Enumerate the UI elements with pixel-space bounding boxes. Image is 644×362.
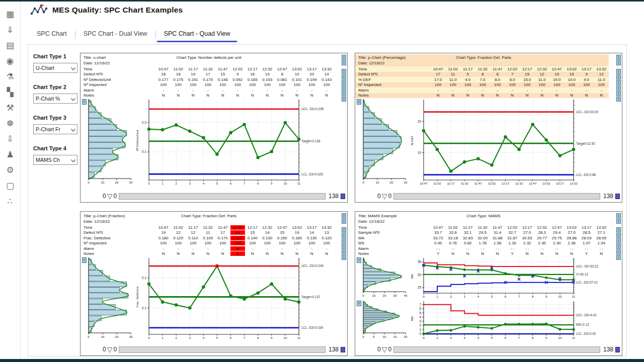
row-tool-button[interactable]: ≡ — [616, 238, 621, 243]
scroll-track[interactable] — [393, 193, 600, 200]
folder-icon[interactable]: ▢ — [3, 178, 18, 194]
row-tool-button[interactable]: ≡ — [342, 85, 346, 90]
scroll-track[interactable] — [119, 346, 326, 353]
chart-type-select-1[interactable]: U-Chart — [33, 63, 77, 73]
table-cell: 100 — [535, 82, 550, 87]
form-list-icon[interactable]: ▤ — [3, 38, 18, 53]
row-tool-button[interactable]: ≡ — [616, 69, 621, 74]
row-tool-button[interactable]: ≡ — [616, 233, 621, 238]
row-tool-button[interactable]: ≡ — [342, 238, 346, 243]
svg-text:UCL -S3=33.22: UCL -S3=33.22 — [576, 264, 598, 268]
scroll-settings-button[interactable] — [615, 347, 620, 352]
settings-gears-icon[interactable]: ⚙ — [3, 162, 18, 178]
row-tool-button[interactable]: ≡ — [616, 74, 621, 79]
table-row: Frac. Defective0.1800.1200.1100.1000.170… — [80, 235, 334, 241]
scroll-track[interactable] — [119, 193, 326, 200]
scroll-settings-button[interactable] — [615, 194, 620, 199]
row-tool-button[interactable]: ≡ — [342, 69, 346, 74]
window-bottom-edge — [0, 359, 644, 362]
import-icon[interactable]: ⇓ — [3, 22, 18, 38]
svg-text:12:47: 12:47 — [529, 182, 537, 185]
row-label: Nº Defects/Unit — [80, 77, 156, 82]
table-cell: N — [319, 251, 335, 256]
table-cell: N — [446, 93, 461, 98]
scroll-thumb-icon[interactable]: ▽ — [382, 193, 387, 199]
row-tool-button[interactable]: ≡ — [616, 227, 621, 232]
workflow-icon[interactable]: ∴ — [3, 194, 18, 209]
row-tool-button[interactable]: ≡ — [342, 249, 346, 254]
table-row: % DEF17.011.04.07.08.06.015.011.019.014.… — [355, 77, 609, 82]
row-tool-button[interactable]: ≡ — [616, 249, 621, 254]
panel-tool-button[interactable]: ≡ — [342, 219, 346, 224]
table-cell: - — [171, 246, 186, 251]
svg-text:2: 2 — [450, 295, 452, 298]
robot-settings-icon[interactable]: ☸ — [3, 116, 18, 131]
row-tool-button[interactable]: ≡ — [342, 233, 346, 238]
table-cell: 9 — [230, 72, 246, 76]
svg-text:4: 4 — [477, 336, 479, 339]
row-tool-button[interactable]: ≡ — [616, 91, 621, 96]
machines-icon[interactable]: ⚒ — [3, 100, 18, 116]
ai-brain-icon[interactable]: ◉ — [3, 53, 18, 69]
histogram-tool-button[interactable]: ≡ — [357, 301, 361, 306]
row-tool-button[interactable]: ≡ — [342, 91, 346, 96]
chart-type-select-4[interactable]: MAMS Ch — [33, 155, 77, 165]
operator-icon[interactable]: ♟ — [3, 147, 18, 162]
svg-text:5: 5 — [216, 182, 218, 185]
histogram-tool-button[interactable]: ≡ — [82, 99, 87, 105]
table-cell: 29.4 — [549, 230, 565, 235]
histogram-tool-button[interactable]: ≡ — [357, 99, 361, 105]
row-tool-button[interactable]: ≡ — [342, 227, 346, 232]
svg-text:30: 30 — [418, 273, 422, 277]
panel-tool-button[interactable]: ≡ — [342, 60, 346, 65]
panel-tool-button[interactable]: ≡ — [616, 213, 621, 218]
panel-tool-button[interactable]: ≡ — [616, 60, 621, 65]
scroll-thumb-icon[interactable]: ▽ — [107, 193, 113, 199]
table-cell: 13:02 — [565, 67, 580, 71]
lab-flask-icon[interactable]: ⚗ — [3, 69, 18, 84]
row-tool-button[interactable]: ≡ — [616, 244, 621, 249]
table-cell: 8 — [475, 72, 491, 76]
tab-spc-chart-dual-view[interactable]: SPC Chart - Dual View — [75, 27, 155, 42]
row-tool-button[interactable]: ≡ — [616, 85, 621, 90]
table-cell: N — [260, 251, 275, 256]
chart-type-label-1: Chart Type 1 — [33, 53, 80, 59]
scroll-thumb-icon[interactable]: ▽ — [107, 346, 113, 352]
scroll-track[interactable] — [393, 346, 600, 353]
row-label: Alarm — [80, 246, 156, 251]
panel-tool-button[interactable]: ≡ — [616, 55, 621, 60]
chart-body: ≡01020300.10.2Nº Defects/UnitUCL -S3=0.2… — [80, 98, 347, 187]
table-cell: - - — [460, 246, 475, 251]
row-tool-button[interactable]: ≡ — [342, 80, 346, 85]
chart-type-label: Chart Type: Fraction Def. Parts — [167, 214, 251, 218]
row-tool-button[interactable]: ≡ — [342, 244, 346, 249]
tab-spc-chart[interactable]: SPC Chart — [29, 27, 75, 42]
tab-bar: SPC Chart SPC Chart - Dual View SPC Char… — [29, 27, 238, 42]
scroll-thumb-icon[interactable]: ▽ — [382, 346, 387, 352]
dashboard-icon[interactable]: ▦ — [3, 7, 18, 22]
row-tool-button[interactable]: ≡ — [616, 80, 621, 85]
panel-tool-button[interactable]: ≡ — [616, 219, 621, 224]
chart-type-value-4: MAMS Ch — [36, 157, 60, 163]
scroll-settings-button[interactable] — [341, 347, 345, 352]
hierarchy-icon[interactable]: ▚ — [3, 84, 18, 100]
table-cell: 12:32 — [260, 225, 275, 230]
svg-text:20: 20 — [418, 120, 422, 123]
chart-type-select-3[interactable]: P-Chart Fr — [33, 124, 77, 134]
chart-type-label-4: Chart Type 4 — [33, 145, 80, 151]
chart-type-select-2[interactable]: P-Chart % — [33, 94, 77, 104]
row-tool-button[interactable]: ≡ — [342, 74, 346, 79]
scroll-settings-button[interactable] — [341, 194, 345, 199]
tab-spc-chart-quad-view[interactable]: SPC Chart - Quad View — [156, 27, 238, 42]
receive-tray-icon[interactable]: ⇩ — [3, 131, 18, 147]
panel-tool-button[interactable]: ≡ — [342, 55, 346, 60]
table-cell: 14 — [304, 230, 319, 235]
distribution-histogram: 0102030 — [80, 256, 134, 341]
table-cell: 28.86 — [565, 236, 580, 240]
svg-text:10: 10 — [283, 336, 287, 339]
row-label: Frac. Defective — [80, 236, 156, 240]
histogram-tool-button[interactable]: ≡ — [357, 257, 361, 263]
histogram-tool-button[interactable]: ≡ — [82, 257, 87, 263]
table-cell: 11 — [201, 230, 216, 235]
panel-tool-button[interactable]: ≡ — [342, 213, 346, 218]
